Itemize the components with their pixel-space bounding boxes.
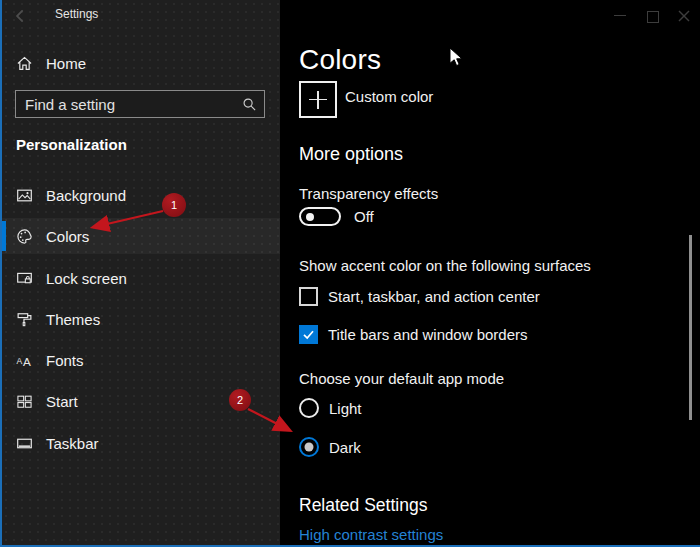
accent-surfaces-label: Show accent color on the following surfa… [299,257,591,274]
sidebar-item-fonts[interactable]: AA Fonts [2,342,280,378]
sidebar-item-lock-screen[interactable]: Lock screen [2,260,280,296]
related-settings-heading: Related Settings [299,495,427,516]
sidebar-item-taskbar[interactable]: Taskbar [2,425,280,461]
plus-icon [309,91,327,109]
sidebar-item-label: Taskbar [46,435,99,452]
fonts-icon: AA [16,352,33,369]
sidebar-item-label: Colors [46,228,89,245]
lock-screen-icon [16,270,33,287]
close-button[interactable] [676,8,692,24]
sidebar-item-label: Fonts [46,352,84,369]
checkbox-label: Start, taskbar, and action center [328,288,540,305]
radio-selected-icon[interactable] [299,437,319,457]
sidebar-item-label: Themes [46,311,100,328]
page-title: Colors [299,44,381,76]
start-icon [16,393,33,410]
palette-icon [16,228,33,245]
maximize-button[interactable] [644,8,660,24]
more-options-heading: More options [299,144,403,165]
sidebar-item-home[interactable]: Home [2,45,280,81]
image-icon [16,187,33,204]
radio-row-dark[interactable]: Dark [299,437,361,457]
minimize-button[interactable] [612,8,628,24]
close-icon [676,8,692,24]
sidebar-item-background[interactable]: Background [2,177,280,213]
transparency-label: Transparency effects [299,185,438,202]
radio-label: Light [329,400,362,417]
sidebar-item-label: Background [46,187,126,204]
section-header: Personalization [16,136,127,153]
sidebar-item-start[interactable]: Start [2,383,280,419]
transparency-state: Off [354,208,374,225]
app-mode-label: Choose your default app mode [299,370,504,387]
taskbar-icon [16,435,33,452]
selected-accent-bar [2,221,6,251]
titlebar: Settings [2,0,280,32]
toggle-knob-icon [306,213,314,221]
sidebar-item-label: Start [46,393,78,410]
window-controls [612,8,692,24]
checkbox-row-title-bars[interactable]: Title bars and window borders [299,325,528,344]
settings-window: Settings Home Personalization Background [0,0,700,547]
back-arrow-icon [12,7,30,25]
sidebar-item-themes[interactable]: Themes [2,301,280,337]
radio-label: Dark [329,439,361,456]
custom-color-label: Custom color [345,88,433,105]
search-icon[interactable] [242,97,257,112]
search-box [15,90,265,118]
radio-unselected-icon[interactable] [299,398,319,418]
radio-row-light[interactable]: Light [299,398,362,418]
custom-color-button[interactable] [299,81,337,118]
svg-text:A: A [17,356,23,366]
sidebar: Settings Home Personalization Background [2,0,280,545]
main-panel: Colors Custom color More options Transpa… [280,0,700,545]
sidebar-item-label: Lock screen [46,270,127,287]
svg-text:A: A [23,354,31,367]
transparency-toggle[interactable] [299,207,341,226]
back-button[interactable] [12,7,30,25]
checkbox-row-start-taskbar[interactable]: Start, taskbar, and action center [299,287,540,306]
home-icon [16,55,33,72]
window-title: Settings [55,7,98,21]
scrollbar-thumb[interactable] [689,235,692,420]
checkbox-unchecked-icon[interactable] [299,287,318,306]
sidebar-item-label: Home [46,55,86,72]
high-contrast-settings-link[interactable]: High contrast settings [299,526,443,543]
search-input[interactable] [16,91,264,117]
themes-icon [16,311,33,328]
sidebar-item-colors[interactable]: Colors [2,218,280,254]
checkbox-checked-icon[interactable] [299,325,318,344]
checkbox-label: Title bars and window borders [328,326,528,343]
